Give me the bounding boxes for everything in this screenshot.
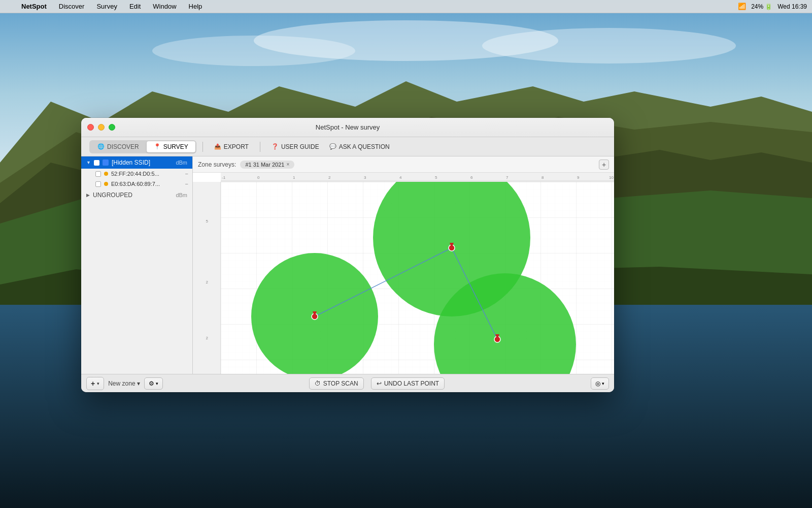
bottom-bar: + ▾ New zone ▾ ⚙ ▾ ⏱ STOP SCAN ↩ UNDO LA… [81,374,614,392]
add-icon: + [91,379,95,388]
svg-text:1: 1 [293,175,295,180]
ruler-top: -1 0 1 2 3 4 5 6 7 8 9 10 [221,173,614,182]
battery-percent: 24% [751,3,763,10]
chevron-down-icon: ▾ [97,381,99,386]
toolbar-separator-1 [202,142,203,152]
export-button[interactable]: 📤 EXPORT [209,141,254,152]
user-guide-label: USER GUIDE [281,143,319,150]
svg-text:2: 2 [328,175,331,180]
menubar: NetSpot Discover Survey Edit Window Help… [0,0,812,13]
device2-signal-dot [104,182,108,186]
svg-text:6: 6 [470,175,473,180]
tab-discover[interactable]: 🌐 DISCOVER [90,141,146,152]
close-button[interactable] [87,124,94,131]
zone-tag[interactable]: #1 31 Mar 2021 × [240,161,294,169]
gear-icon: ⚙ [149,380,154,387]
new-zone-label: New zone ▾ [108,380,140,387]
ruler-left: 5 2 2 3 4 [193,182,221,374]
device2-suffix: − [185,181,188,187]
zone-tag-close[interactable]: × [286,162,289,167]
menu-window[interactable]: Window [151,3,178,10]
hidden-ssid-checkbox[interactable] [94,160,99,166]
titlebar: NetSpot - New survey [81,118,614,137]
stop-scan-label: STOP SCAN [323,380,358,387]
device1-signal-dot [104,172,108,176]
ungrouped-arrow: ▶ [86,193,90,198]
tab-group: 🌐 DISCOVER 📍 SURVEY [89,140,196,153]
location-chevron: ▾ [602,381,604,386]
settings-button[interactable]: ⚙ ▾ [144,377,163,390]
globe-icon: 🌐 [97,143,105,150]
device1-checkbox[interactable] [95,171,101,177]
minimize-button[interactable] [98,124,105,131]
export-label: EXPORT [224,143,249,150]
stop-scan-icon: ⏱ [315,380,321,387]
toolbar: 🌐 DISCOVER 📍 SURVEY 📤 EXPORT ❓ USER GUID… [81,137,614,156]
gear-chevron: ▾ [156,381,158,386]
battery-icon: 🔋 [765,3,772,10]
app-window: NetSpot - New survey 🌐 DISCOVER 📍 SURVEY… [81,118,614,392]
survey-area[interactable]: Zone surveys: #1 31 Mar 2021 × + -1 [193,156,614,374]
svg-text:2: 2 [206,280,209,284]
battery-indicator: 24% 🔋 [751,3,772,10]
canvas-container: -1 0 1 2 3 4 5 6 7 8 9 10 [193,173,614,374]
svg-text:0: 0 [257,175,260,180]
menu-discover[interactable]: Discover [57,3,87,10]
svg-text:-1: -1 [222,175,226,180]
ungrouped-unit: dBm [176,192,187,198]
device1-mac: 52:FF:20:44:D0:5... [111,171,182,177]
ask-question-button[interactable]: 💬 ASK A QUESTION [324,141,395,152]
sidebar-ungrouped[interactable]: ▶ UNGROUPED dBm [81,189,192,201]
svg-text:10: 10 [609,175,614,180]
undo-last-point-button[interactable]: ↩ UNDO LAST POINT [371,377,445,390]
zone-surveys-bar: Zone surveys: #1 31 Mar 2021 × + [193,156,614,173]
add-zone-bottom-button[interactable]: + ▾ [86,377,104,390]
tab-survey[interactable]: 📍 SURVEY [147,141,195,152]
svg-text:2: 2 [206,336,209,340]
main-content: ▼ [Hidden SSID] dBm 52:FF:20:44:D0:5... … [81,156,614,374]
app-menu-netspot[interactable]: NetSpot [19,3,49,10]
svg-text:9: 9 [577,175,580,180]
wifi-icon: 📶 [738,3,746,10]
zone-surveys-label: Zone surveys: [198,161,236,168]
menubar-left: NetSpot Discover Survey Edit Window Help [5,3,204,10]
tab-discover-label: DISCOVER [107,143,139,150]
svg-text:5: 5 [435,175,437,180]
stop-scan-button[interactable]: ⏱ STOP SCAN [309,377,364,390]
svg-text:4: 4 [399,175,402,180]
ruler-left-svg: 5 2 2 3 4 [193,182,221,374]
hidden-ssid-label: [Hidden SSID] [112,159,173,166]
ask-question-label: ASK A QUESTION [339,143,390,150]
svg-text:7: 7 [506,175,509,180]
maximize-button[interactable] [109,124,115,131]
menu-help[interactable]: Help [187,3,205,10]
menubar-clock: Wed 16:39 [777,3,807,10]
sidebar: ▼ [Hidden SSID] dBm 52:FF:20:44:D0:5... … [81,156,193,374]
location-button[interactable]: ◎ ▾ [591,377,609,390]
grid-svg [221,182,614,374]
pin-icon: 📍 [154,143,161,150]
user-guide-button[interactable]: ❓ USER GUIDE [266,141,324,152]
tab-survey-label: SURVEY [163,143,188,150]
device2-checkbox[interactable] [95,181,101,187]
message-icon: 💬 [329,143,336,150]
drawing-canvas[interactable] [221,182,614,374]
sidebar-device-2[interactable]: E0:63:DA:60:89:7... − [81,179,192,189]
zone-tag-label: #1 31 Mar 2021 [245,162,284,168]
undo-icon: ↩ [377,380,382,387]
menu-edit[interactable]: Edit [127,3,143,10]
svg-text:5: 5 [206,219,209,224]
ruler-top-svg: -1 0 1 2 3 4 5 6 7 8 9 10 [221,173,614,181]
sidebar-item-hidden-ssid[interactable]: ▼ [Hidden SSID] dBm [81,156,192,169]
device1-suffix: − [185,171,188,177]
toolbar-separator-2 [260,142,260,152]
sidebar-device-1[interactable]: 52:FF:20:44:D0:5... − [81,169,192,179]
add-zone-button[interactable]: + [599,160,609,170]
hidden-ssid-color [103,160,109,166]
device2-mac: E0:63:DA:60:89:7... [111,181,182,187]
menu-survey[interactable]: Survey [94,3,119,10]
svg-text:3: 3 [364,175,366,180]
export-icon: 📤 [214,143,221,150]
location-icon: ◎ [595,380,600,387]
menubar-right: 📶 24% 🔋 Wed 16:39 [738,3,807,10]
